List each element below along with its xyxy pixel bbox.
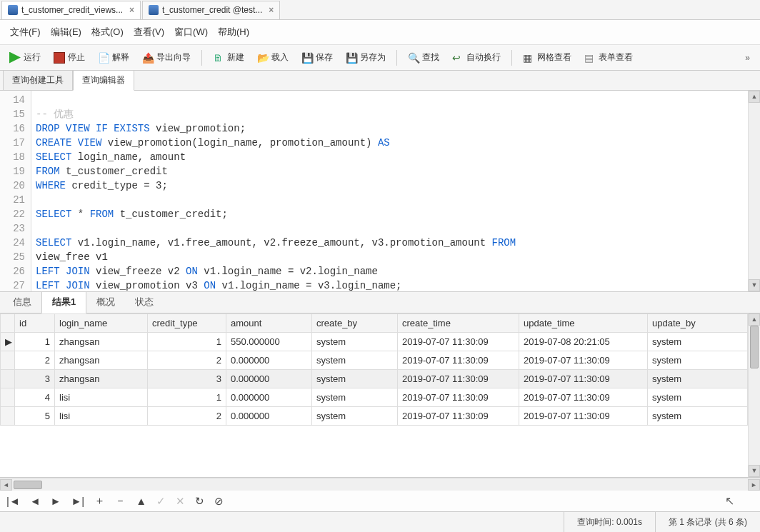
nav-last[interactable]: ►|	[69, 495, 86, 507]
cell-update-by[interactable]: system	[648, 370, 748, 388]
cell-update-time[interactable]: 2019-07-07 11:30:09	[519, 388, 648, 407]
cell-update-by[interactable]: system	[648, 407, 748, 426]
saveas-button[interactable]: 另存为	[341, 48, 391, 67]
scroll-left-arrow[interactable]: ◄	[0, 479, 12, 491]
new-button[interactable]: 新建	[208, 48, 249, 67]
cell-credit-type[interactable]: 2	[148, 351, 226, 370]
menu-window[interactable]: 窗口(W)	[174, 26, 208, 39]
scroll-down-arrow[interactable]: ▼	[749, 279, 760, 291]
table-row[interactable]: 5lisi20.000000system2019-07-07 11:30:092…	[1, 407, 748, 426]
cell-amount[interactable]: 0.000000	[226, 351, 312, 370]
table-row[interactable]: 3zhangsan30.000000system2019-07-07 11:30…	[1, 370, 748, 388]
cell-login-name[interactable]: lisi	[55, 407, 148, 426]
run-button[interactable]: 运行	[4, 48, 46, 67]
sql-code-area[interactable]: -- 优惠 DROP VIEW IF EXISTS view_promotion…	[31, 91, 760, 291]
cell-create-time[interactable]: 2019-07-07 11:30:09	[398, 333, 519, 351]
nav-delete[interactable]: －	[113, 494, 128, 508]
tab-profile[interactable]: 概况	[86, 291, 125, 313]
cell-amount[interactable]: 0.000000	[226, 370, 312, 388]
cell-id[interactable]: 2	[15, 351, 55, 370]
table-row[interactable]: 2zhangsan20.000000system2019-07-07 11:30…	[1, 351, 748, 370]
scroll-down-arrow[interactable]: ▼	[749, 465, 760, 477]
menu-format[interactable]: 格式(O)	[91, 26, 124, 39]
scroll-right-arrow[interactable]: ►	[748, 479, 760, 491]
cell-credit-type[interactable]: 1	[148, 388, 226, 407]
save-button[interactable]: 保存	[296, 48, 338, 67]
tab-info[interactable]: 信息	[3, 291, 41, 313]
scroll-up-arrow[interactable]: ▲	[749, 91, 760, 103]
cell-id[interactable]: 5	[15, 407, 55, 426]
cell-update-time[interactable]: 2019-07-07 11:30:09	[519, 351, 648, 370]
cell-amount[interactable]: 0.000000	[226, 407, 312, 426]
document-tab-2[interactable]: t_customer_credit @test... ×	[142, 1, 280, 19]
cell-update-by[interactable]: system	[648, 333, 748, 351]
cell-amount[interactable]: 550.000000	[226, 333, 312, 351]
cell-credit-type[interactable]: 2	[148, 407, 226, 426]
export-button[interactable]: 导出向导	[137, 48, 196, 67]
load-button[interactable]: 载入	[252, 48, 294, 67]
column-header[interactable]: login_name	[55, 314, 148, 333]
nav-refresh[interactable]: ↻	[193, 495, 206, 508]
column-header[interactable]: id	[15, 314, 55, 333]
cell-id[interactable]: 3	[15, 370, 55, 388]
nav-prev[interactable]: ◄	[28, 495, 43, 507]
cell-id[interactable]: 4	[15, 388, 55, 407]
close-icon[interactable]: ×	[129, 5, 134, 15]
menu-help[interactable]: 帮助(H)	[218, 26, 249, 39]
column-header[interactable]: amount	[226, 314, 312, 333]
scroll-track[interactable]	[12, 479, 748, 491]
tab-result1[interactable]: 结果1	[41, 291, 86, 313]
menu-edit[interactable]: 编辑(E)	[51, 26, 81, 39]
wrap-button[interactable]: 自动换行	[447, 48, 506, 67]
cell-login-name[interactable]: zhangsan	[55, 370, 148, 388]
column-header[interactable]: update_time	[519, 314, 648, 333]
menu-file[interactable]: 文件(F)	[10, 26, 41, 39]
nav-next[interactable]: ►	[49, 495, 64, 507]
close-icon[interactable]: ×	[269, 5, 274, 15]
table-row[interactable]: 4lisi10.000000system2019-07-07 11:30:092…	[1, 388, 748, 407]
editor-vertical-scrollbar[interactable]: ▲ ▼	[748, 91, 760, 291]
column-header[interactable]: update_by	[648, 314, 748, 333]
cell-login-name[interactable]: zhangsan	[55, 333, 148, 351]
cell-create-time[interactable]: 2019-07-07 11:30:09	[398, 370, 519, 388]
cell-update-time[interactable]: 2019-07-07 11:30:09	[519, 407, 648, 426]
grid-horizontal-scrollbar[interactable]: ◄ ►	[0, 478, 760, 491]
tab-query-builder[interactable]: 查询创建工具	[3, 70, 73, 90]
result-grid[interactable]: idlogin_namecredit_typeamountcreate_bycr…	[0, 313, 748, 426]
column-header[interactable]: create_by	[312, 314, 398, 333]
nav-add[interactable]: ＋	[92, 494, 107, 508]
cell-create-by[interactable]: system	[312, 388, 398, 407]
cell-create-by[interactable]: system	[312, 407, 398, 426]
scroll-up-arrow[interactable]: ▲	[749, 313, 760, 326]
interpret-button[interactable]: 解释	[93, 48, 134, 67]
tab-status[interactable]: 状态	[125, 291, 164, 313]
cell-create-time[interactable]: 2019-07-07 11:30:09	[398, 351, 519, 370]
find-button[interactable]: 查找	[403, 48, 444, 67]
cell-create-by[interactable]: system	[312, 333, 398, 351]
cell-credit-type[interactable]: 3	[148, 370, 226, 388]
cell-create-by[interactable]: system	[312, 351, 398, 370]
cell-login-name[interactable]: zhangsan	[55, 351, 148, 370]
gridview-button[interactable]: 网格查看	[518, 48, 576, 67]
document-tab-1[interactable]: t_customer_credit_views... ×	[1, 1, 141, 19]
cell-update-time[interactable]: 2019-07-08 20:21:05	[519, 333, 648, 351]
nav-stop[interactable]: ⊘	[212, 495, 226, 508]
nav-apply[interactable]: ✓	[154, 495, 168, 508]
cell-amount[interactable]: 0.000000	[226, 388, 312, 407]
cell-update-by[interactable]: system	[648, 351, 748, 370]
toolbar-overflow[interactable]: »	[745, 53, 756, 63]
cell-create-by[interactable]: system	[312, 370, 398, 388]
nav-cancel[interactable]: ✕	[174, 495, 187, 508]
cell-update-time[interactable]: 2019-07-07 11:30:09	[519, 370, 648, 388]
cell-login-name[interactable]: lisi	[55, 388, 148, 407]
cell-create-time[interactable]: 2019-07-07 11:30:09	[398, 388, 519, 407]
formview-button[interactable]: 表单查看	[579, 48, 638, 67]
stop-button[interactable]: 停止	[49, 48, 90, 67]
column-header[interactable]: create_time	[398, 314, 519, 333]
scroll-thumb[interactable]	[14, 481, 42, 489]
cell-update-by[interactable]: system	[648, 388, 748, 407]
sql-editor[interactable]: 14 15 16 17 18 19 20 21 22 23 24 25 26 2…	[0, 91, 760, 292]
scroll-thumb[interactable]	[750, 326, 759, 368]
menu-view[interactable]: 查看(V)	[134, 26, 164, 39]
scroll-track[interactable]	[749, 103, 760, 279]
